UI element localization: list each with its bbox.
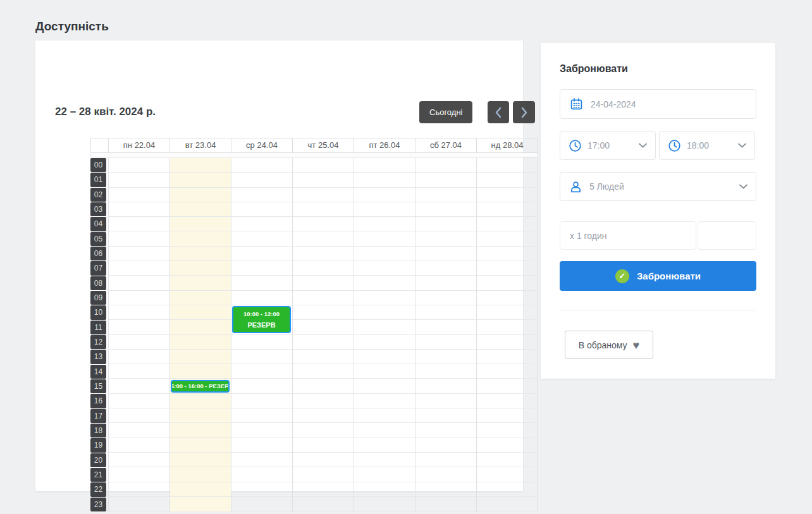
time-slot[interactable]: [477, 364, 538, 379]
time-slot[interactable]: [293, 276, 354, 290]
time-slot[interactable]: [415, 497, 476, 511]
time-slot[interactable]: [170, 158, 231, 173]
time-slot[interactable]: [415, 305, 476, 320]
time-slot[interactable]: [354, 202, 415, 217]
time-slot[interactable]: [477, 291, 538, 305]
time-slot[interactable]: [231, 276, 292, 290]
time-slot[interactable]: [293, 305, 354, 320]
today-button[interactable]: Сьогодні: [419, 101, 472, 123]
time-slot[interactable]: [415, 276, 476, 290]
time-slot[interactable]: [109, 261, 169, 276]
time-slot[interactable]: [293, 158, 354, 173]
time-slot[interactable]: [109, 217, 169, 231]
time-slot[interactable]: [170, 438, 231, 453]
time-slot[interactable]: [415, 173, 476, 187]
time-slot[interactable]: [415, 247, 476, 261]
time-slot[interactable]: [231, 453, 292, 467]
time-slot[interactable]: [477, 423, 538, 438]
time-slot[interactable]: [354, 379, 415, 393]
time-to-select[interactable]: 18:00: [659, 131, 755, 160]
time-slot[interactable]: [109, 188, 169, 202]
time-slot[interactable]: [415, 482, 476, 497]
time-slot[interactable]: [477, 350, 538, 364]
time-slot[interactable]: [109, 173, 169, 187]
time-slot[interactable]: [477, 453, 538, 467]
time-slot[interactable]: [170, 173, 231, 187]
time-slot[interactable]: [415, 379, 476, 393]
time-slot[interactable]: [170, 305, 231, 320]
time-slot[interactable]: [354, 158, 415, 173]
duration-extra-box[interactable]: [698, 221, 756, 250]
time-slot[interactable]: [293, 188, 354, 202]
time-slot[interactable]: [293, 394, 354, 408]
time-slot[interactable]: [109, 364, 169, 379]
time-slot[interactable]: [354, 247, 415, 261]
time-slot[interactable]: [354, 497, 415, 511]
time-slot[interactable]: [415, 202, 476, 217]
time-slot[interactable]: [170, 217, 231, 231]
time-slot[interactable]: [293, 408, 354, 423]
time-slot[interactable]: [293, 379, 354, 393]
time-slot[interactable]: [354, 423, 415, 438]
time-slot[interactable]: [477, 482, 538, 497]
time-slot[interactable]: [109, 453, 169, 467]
time-slot[interactable]: [415, 408, 476, 423]
time-slot[interactable]: [109, 320, 169, 334]
time-slot[interactable]: [293, 202, 354, 217]
time-slot[interactable]: [477, 217, 538, 231]
time-slot[interactable]: [231, 202, 292, 217]
people-select[interactable]: 5 Людей: [560, 172, 756, 201]
time-slot[interactable]: [109, 438, 169, 453]
time-slot[interactable]: [477, 408, 538, 423]
time-slot[interactable]: [231, 158, 292, 173]
time-slot[interactable]: [170, 291, 231, 305]
time-slot[interactable]: [415, 261, 476, 276]
time-slot[interactable]: [109, 467, 169, 482]
time-from-select[interactable]: 17:00: [560, 131, 656, 160]
time-slot[interactable]: [354, 276, 415, 290]
time-slot[interactable]: [354, 408, 415, 423]
time-slot[interactable]: [170, 497, 231, 511]
time-slot[interactable]: [293, 497, 354, 511]
time-slot[interactable]: [415, 423, 476, 438]
time-slot[interactable]: [293, 482, 354, 497]
time-slot[interactable]: [231, 423, 292, 438]
time-slot[interactable]: [415, 231, 476, 246]
time-slot[interactable]: [354, 305, 415, 320]
time-slot[interactable]: [293, 423, 354, 438]
time-slot[interactable]: [415, 188, 476, 202]
time-slot[interactable]: [354, 173, 415, 187]
time-slot[interactable]: [477, 202, 538, 217]
time-slot[interactable]: [170, 335, 231, 350]
time-slot[interactable]: [109, 394, 169, 408]
time-slot[interactable]: [415, 350, 476, 364]
time-slot[interactable]: [477, 320, 538, 334]
next-week-button[interactable]: [513, 101, 535, 123]
date-input[interactable]: 24-04-2024: [560, 89, 756, 119]
time-slot[interactable]: [293, 173, 354, 187]
time-slot[interactable]: [231, 188, 292, 202]
time-slot[interactable]: [109, 158, 169, 173]
time-slot[interactable]: [293, 217, 354, 231]
time-slot[interactable]: [293, 247, 354, 261]
time-slot[interactable]: [354, 261, 415, 276]
time-slot[interactable]: [477, 467, 538, 482]
time-slot[interactable]: [170, 188, 231, 202]
calendar-event-1[interactable]: 15:00 - 16:00 - РЕЗЕРВ: [171, 380, 230, 393]
time-slot[interactable]: [109, 247, 169, 261]
time-slot[interactable]: [354, 320, 415, 334]
time-slot[interactable]: [231, 217, 292, 231]
time-slot[interactable]: [170, 467, 231, 482]
time-slot[interactable]: [293, 467, 354, 482]
time-slot[interactable]: [477, 188, 538, 202]
time-slot[interactable]: [293, 320, 354, 334]
time-slot[interactable]: [354, 335, 415, 350]
calendar-event-0[interactable]: 10:00 - 12:00РЕЗЕРВ: [232, 306, 291, 333]
time-slot[interactable]: [109, 408, 169, 423]
time-slot[interactable]: [354, 438, 415, 453]
time-slot[interactable]: [170, 320, 231, 334]
time-slot[interactable]: [477, 305, 538, 320]
time-slot[interactable]: [415, 394, 476, 408]
time-slot[interactable]: [231, 497, 292, 511]
time-slot[interactable]: [170, 261, 231, 276]
